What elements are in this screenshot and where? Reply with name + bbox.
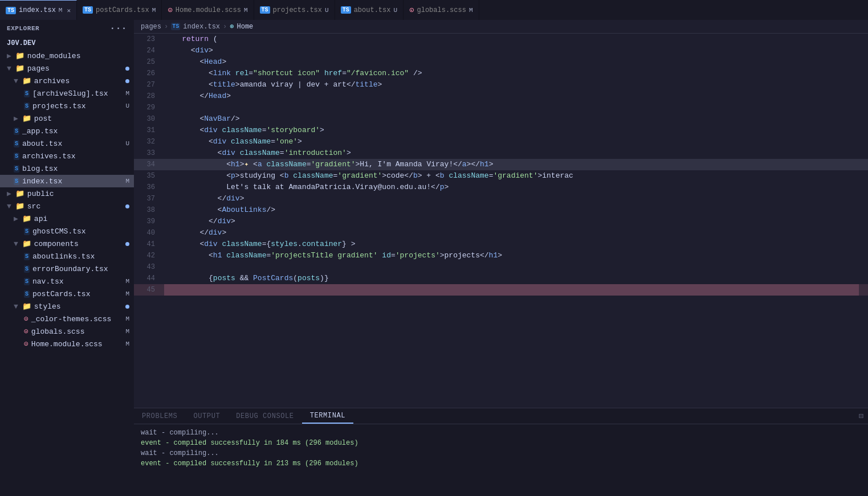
tab-home-module-scss[interactable]: ⊙ Home.module.scss M	[162, 0, 254, 20]
sidebar-item-blog-tsx[interactable]: S blog.tsx	[0, 162, 134, 175]
sidebar-item-errorboundary[interactable]: S errorBoundary.tsx	[0, 263, 134, 275]
modified-badge: M	[125, 278, 129, 285]
sidebar-item-label: aboutlinks.tsx	[32, 252, 95, 261]
tab-label: globals.scss	[417, 6, 466, 14]
line-number-34: 34	[138, 159, 164, 170]
folder-icon: 📁	[22, 239, 31, 248]
tab-about-tsx[interactable]: TS about.tsx U	[335, 0, 404, 20]
sidebar-item-color-themes[interactable]: ⊙ _color-themes.scss M	[0, 313, 134, 325]
chevron-right-icon: ▶	[14, 114, 18, 123]
sidebar-item-label: api	[34, 215, 47, 223]
chevron-down-icon: ▼	[7, 64, 11, 73]
breadcrumb-file[interactable]: index.tsx	[183, 23, 220, 31]
line-content-27: <title>amanda viray | dev + art</title>	[164, 79, 859, 91]
line-content-30: <NavBar/>	[164, 113, 859, 125]
sidebar-item-postcards[interactable]: S postCards.tsx M	[0, 288, 134, 300]
folder-icon: 📁	[15, 189, 25, 198]
line-content-44: {posts && PostCards(posts)}	[164, 273, 859, 284]
tab-label: Home.module.scss	[176, 6, 241, 14]
sidebar-item-label: _app.tsx	[22, 127, 58, 136]
sidebar-item-pages[interactable]: ▼ 📁 pages	[0, 62, 134, 75]
tab-index-tsx[interactable]: TS index.tsx M ✕	[0, 0, 77, 20]
sidebar-item-node-modules[interactable]: ▶ 📁 node_modules	[0, 50, 134, 62]
line-number-41: 41	[138, 239, 164, 250]
sidebar-item-label: blog.tsx	[22, 165, 58, 173]
panel-tab-debug-console[interactable]: DEBUG CONSOLE	[228, 408, 301, 424]
terminal-event-1: event - compiled successfully in 184 ms …	[141, 439, 358, 447]
code-line-23: 23 return (	[134, 34, 868, 45]
code-line-33: 33 <div className='introduction'>	[134, 147, 868, 159]
ts-file-icon: S	[14, 153, 19, 160]
modified-badge: M	[125, 90, 129, 97]
panel-tab-terminal[interactable]: TERMINAL	[302, 408, 353, 424]
breadcrumb-ts-icon: TS	[171, 23, 180, 30]
sidebar-item-home-module-scss[interactable]: ⊙ Home.module.scss M	[0, 338, 134, 350]
sidebar-item-components[interactable]: ▼ 📁 components	[0, 237, 134, 250]
ts-file-icon: S	[24, 90, 30, 97]
sidebar-item-projects-tsx[interactable]: S projects.tsx U	[0, 100, 134, 112]
line-content-32: <div className='one'>	[164, 136, 859, 147]
line-content-41: <div className={styles.container} >	[164, 239, 859, 250]
tab-globals-scss[interactable]: ⊙ globals.scss M	[404, 0, 479, 20]
code-line-30: 30 <NavBar/>	[134, 113, 868, 125]
sidebar-item-src[interactable]: ▼ 📁 src	[0, 200, 134, 212]
ts-icon: TS	[341, 6, 351, 14]
sidebar-item-ghostcms[interactable]: S ghostCMS.tsx	[0, 225, 134, 237]
breadcrumb-symbol[interactable]: Home	[237, 23, 253, 31]
line-content-28: </Head>	[164, 91, 859, 102]
tab-badge: U	[325, 7, 329, 14]
sidebar-item-app-tsx[interactable]: S _app.tsx	[0, 125, 134, 137]
sidebar-item-about-tsx[interactable]: S about.tsx U	[0, 137, 134, 150]
modified-badge: M	[125, 341, 129, 347]
sidebar-item-index-tsx[interactable]: S index.tsx M	[0, 175, 134, 187]
panel-tab-output[interactable]: OUTPUT	[185, 408, 228, 424]
line-content-25: <Head>	[164, 56, 859, 68]
panel-tab-problems[interactable]: PROBLEMS	[134, 408, 185, 424]
code-line-45: 45	[134, 284, 868, 296]
sidebar-item-archiveslug[interactable]: S [archiveSlug].tsx M	[0, 87, 134, 100]
modified-badge: M	[125, 315, 129, 322]
chevron-down-icon: ▼	[14, 302, 18, 311]
scss-icon: ⊙	[409, 5, 414, 15]
sidebar-item-label: projects.tsx	[32, 102, 86, 110]
sidebar-item-archives-tsx[interactable]: S archives.tsx	[0, 150, 134, 162]
breadcrumb-pages[interactable]: pages	[141, 23, 161, 31]
sidebar-item-post[interactable]: ▶ 📁 post	[0, 112, 134, 125]
tab-projects-tsx[interactable]: TS projects.tsx U	[254, 0, 335, 20]
code-line-38: 38 <AboutLinks/>	[134, 204, 868, 216]
sidebar-item-label: nav.tsx	[32, 277, 64, 286]
sidebar-item-label: index.tsx	[22, 177, 62, 186]
code-line-44: 44 {posts && PostCards(posts)}	[134, 273, 868, 284]
sidebar-item-public[interactable]: ▶ 📁 public	[0, 187, 134, 200]
main-content: EXPLORER ··· J0V.DEV ▶ 📁 node_modules ▼ …	[0, 20, 868, 496]
code-lines[interactable]: 23 return ( 24 <div> 25 <Head>	[134, 34, 868, 408]
terminal-event-2: event - compiled successfully in 213 ms …	[141, 460, 358, 468]
line-content-40: </div>	[164, 227, 859, 239]
modified-badge: U	[125, 103, 129, 109]
modified-badge: M	[125, 290, 129, 297]
modified-dot	[125, 79, 129, 83]
panel-tabs: PROBLEMS OUTPUT DEBUG CONSOLE TERMINAL ⊟	[134, 408, 868, 424]
sidebar-item-styles[interactable]: ▼ 📁 styles	[0, 300, 134, 313]
tab-postcards-tsx[interactable]: TS postCards.tsx M	[77, 0, 162, 20]
sidebar-item-label: about.tsx	[22, 140, 62, 148]
sidebar-item-label: public	[27, 190, 54, 198]
code-line-25: 25 <Head>	[134, 56, 868, 68]
line-number-36: 36	[138, 182, 164, 193]
maximize-icon[interactable]: ⊟	[859, 411, 863, 421]
line-number-28: 28	[138, 91, 164, 102]
code-line-43: 43	[134, 261, 868, 273]
sidebar-item-label: pages	[27, 64, 50, 73]
sidebar-item-label: archives.tsx	[22, 152, 76, 161]
sidebar-item-archives[interactable]: ▼ 📁 archives	[0, 75, 134, 87]
sidebar-item-nav[interactable]: S nav.tsx M	[0, 275, 134, 288]
sidebar-item-aboutlinks[interactable]: S aboutlinks.tsx	[0, 250, 134, 263]
sidebar-item-api[interactable]: ▶ 📁 api	[0, 212, 134, 225]
sidebar-item-globals-scss[interactable]: ⊙ globals.scss M	[0, 325, 134, 338]
more-icon[interactable]: ···	[110, 23, 127, 34]
line-content-42: <h1 className='projectsTitle gradient' i…	[164, 250, 859, 261]
sidebar-item-label: src	[27, 202, 40, 211]
tab-close-button[interactable]: ✕	[67, 7, 71, 14]
ts-icon: TS	[83, 6, 93, 14]
ts-file-icon: S	[14, 140, 19, 147]
